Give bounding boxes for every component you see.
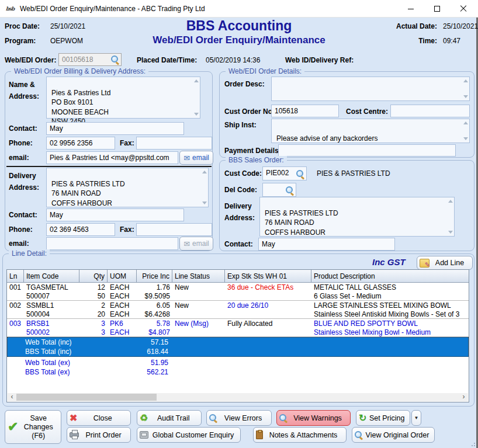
ship-inst-label: Ship Inst:: [224, 121, 257, 129]
delivery-phone-input[interactable]: 02 369 4563: [46, 223, 115, 236]
table-row[interactable]: 003 BRSB1500002 33 PK6EACH 5.78$4.807 Ne…: [7, 319, 469, 337]
minimize-button[interactable]: [397, 0, 424, 18]
table-row[interactable]: 001 TGASMETAL500007 1250 EACHEACH 1.76$9…: [7, 283, 469, 301]
col-uom[interactable]: UOM: [108, 270, 137, 283]
billing-delivery-address-textarea[interactable]: PIES & PASTRIES LTD 76 MAIN ROAD COFFS H…: [46, 168, 209, 207]
close-window-button[interactable]: [450, 0, 476, 18]
printer-icon: [70, 432, 79, 437]
totals-ex-rows[interactable]: Web Total (ex)51.95 BBS Total (ex)562.21: [7, 357, 469, 377]
bbs-sales-order-groupbox: BBS Sales Order: Cust Code: PIE002 PIES …: [219, 160, 474, 251]
scroll-up-icon[interactable]: [463, 121, 468, 124]
cust-code-input[interactable]: PIE002: [262, 166, 307, 180]
total-label: Web Total (ex): [25, 358, 70, 367]
envelope-icon: ✉: [183, 154, 190, 162]
horizontal-scrollbar[interactable]: ‹ ›: [8, 393, 468, 401]
cust-code-search-icon[interactable]: [296, 170, 304, 178]
col-ln[interactable]: Ln: [7, 270, 24, 283]
add-line-button[interactable]: Add Line: [417, 256, 473, 270]
qty-2: 20: [82, 310, 105, 318]
order-desc-textarea[interactable]: [271, 77, 470, 101]
scroll-down-icon[interactable]: [202, 202, 207, 204]
delivery-address-label: Delivery Address:: [9, 170, 44, 193]
cust-order-no-input[interactable]: 105618: [271, 105, 339, 117]
webid-delivery-ref-label: Web ID/Delivery Ref:: [285, 56, 354, 64]
product-description: METALIC TALL GLASSES: [314, 283, 466, 292]
payment-details-input[interactable]: [278, 144, 456, 157]
billing-name-address-textarea[interactable]: Pies & Pastries Ltd PO Box 9101 MOONEE B…: [46, 77, 200, 119]
scroll-down-icon[interactable]: [463, 95, 468, 98]
billing-name-address-value: Pies & Pastries Ltd PO Box 9101 MOONEE B…: [51, 89, 110, 126]
view-original-order-button[interactable]: View Original Order: [352, 427, 435, 443]
billing-email-button[interactable]: ✉ email: [179, 151, 213, 165]
line-number: 002: [9, 301, 22, 310]
billing-contact-value: May: [50, 124, 63, 133]
billing-phone-input[interactable]: 02 9956 2356: [46, 137, 115, 150]
resize-grip[interactable]: [470, 442, 475, 446]
billing-groupbox-title: Web/EDI Order Billing & Delivery Address…: [11, 67, 148, 75]
delivery-phone-value: 02 369 4563: [50, 225, 89, 234]
col-price-inc[interactable]: Price Inc: [137, 270, 172, 283]
save-changes-button[interactable]: ✔ Save Changes (F6): [5, 410, 61, 444]
sales-contact-input[interactable]: May: [258, 238, 395, 251]
ship-inst-textarea[interactable]: Please advise of any backorders: [271, 119, 470, 143]
scrollbar-thumb[interactable]: [16, 394, 157, 401]
scroll-right-icon[interactable]: ›: [459, 393, 468, 401]
sales-delivery-address-textarea[interactable]: PIES & PASTRIES LTD 76 MAIN ROAD COFFS H…: [259, 197, 455, 237]
notes-attachments-button[interactable]: Notes & Attachments: [253, 427, 347, 443]
product-description: BLUE AND RED SPOTTY BOWL: [314, 319, 466, 328]
totals-selected-rows[interactable]: Web Total (inc)57.15 BBS Total (inc)618.…: [7, 337, 469, 357]
view-errors-button[interactable]: View Errors: [206, 410, 272, 426]
set-pricing-dropdown-button[interactable]: ▼: [411, 410, 421, 426]
billing-fax-input[interactable]: [136, 137, 212, 150]
del-code-input[interactable]: [262, 183, 296, 197]
set-pricing-button[interactable]: ↻ Set Pricing: [356, 410, 410, 426]
price-inc: 1.76: [139, 283, 170, 292]
total-label: BBS Total (ex): [25, 367, 70, 377]
close-button[interactable]: ✖ Close: [67, 410, 131, 426]
col-exp-stk[interactable]: Exp Stk Sts WH 01: [225, 270, 311, 283]
scroll-left-icon[interactable]: ‹: [8, 393, 16, 401]
search-icon: [279, 414, 288, 422]
scroll-down-icon[interactable]: [194, 113, 199, 116]
scroll-up-icon[interactable]: [202, 171, 207, 173]
delivery-email-button[interactable]: ✉ email: [179, 237, 213, 251]
scroll-down-icon[interactable]: [463, 137, 468, 140]
table-row[interactable]: 002 SSMBL1500004 220 EACHEACH 6.05$6.426…: [7, 301, 469, 319]
view-warnings-button[interactable]: View Warnings: [276, 410, 351, 426]
del-code-search-icon[interactable]: [286, 186, 294, 195]
audit-trail-button[interactable]: ♻ Audit Trail: [137, 410, 202, 426]
uom: PK6: [110, 319, 134, 328]
delivery-email-input[interactable]: [46, 237, 178, 250]
maximize-button[interactable]: [424, 0, 450, 18]
delivery-contact-value: May: [50, 211, 63, 219]
scroll-down-icon[interactable]: [448, 231, 453, 234]
save-changes-label: Save Changes (F6): [18, 414, 58, 440]
col-product-description[interactable]: Product Description: [311, 270, 469, 283]
col-item-code[interactable]: Item Code: [24, 270, 79, 283]
placed-datetime-value: 05/02/2019 14:36: [206, 56, 260, 64]
webedi-order-value: 00105618: [62, 55, 93, 64]
billing-email-input[interactable]: Pies & Pastries Ltd <may@ppsltd.com: [46, 151, 178, 164]
global-customer-enquiry-button[interactable]: Global Customer Enquiry: [137, 427, 241, 443]
col-line-status[interactable]: Line Status: [172, 270, 225, 283]
delivery-contact-input[interactable]: May: [46, 209, 184, 221]
delivery-fax-label: Fax:: [120, 225, 134, 234]
webedi-order-input[interactable]: 00105618: [58, 53, 122, 66]
scroll-up-icon[interactable]: [194, 79, 199, 82]
col-qty[interactable]: Qty: [79, 270, 108, 283]
cust-order-no-value: 105618: [275, 107, 298, 115]
inc-gst-label: Inc GST: [372, 257, 406, 267]
scroll-up-icon[interactable]: [448, 200, 453, 203]
order-details-groupbox: Web/EDI Order Details: Order Desc: Cust …: [219, 71, 474, 158]
cost-centre-input[interactable]: [390, 105, 470, 117]
cust-order-no-label: Cust Order No:: [224, 107, 275, 116]
print-order-button[interactable]: Print Order: [67, 427, 131, 443]
billing-contact-input[interactable]: May: [46, 122, 184, 135]
window-title: Web/EDI Order Enquiry/Maintenance - ABC …: [20, 5, 205, 13]
actual-date-value: 25/10/2021: [443, 22, 478, 30]
envelope-icon: ✉: [183, 239, 190, 248]
placed-datetime-label: Placed Date/Time:: [137, 56, 197, 64]
delivery-fax-input[interactable]: [136, 223, 212, 236]
scroll-up-icon[interactable]: [463, 79, 468, 82]
order-search-icon[interactable]: [111, 55, 119, 64]
